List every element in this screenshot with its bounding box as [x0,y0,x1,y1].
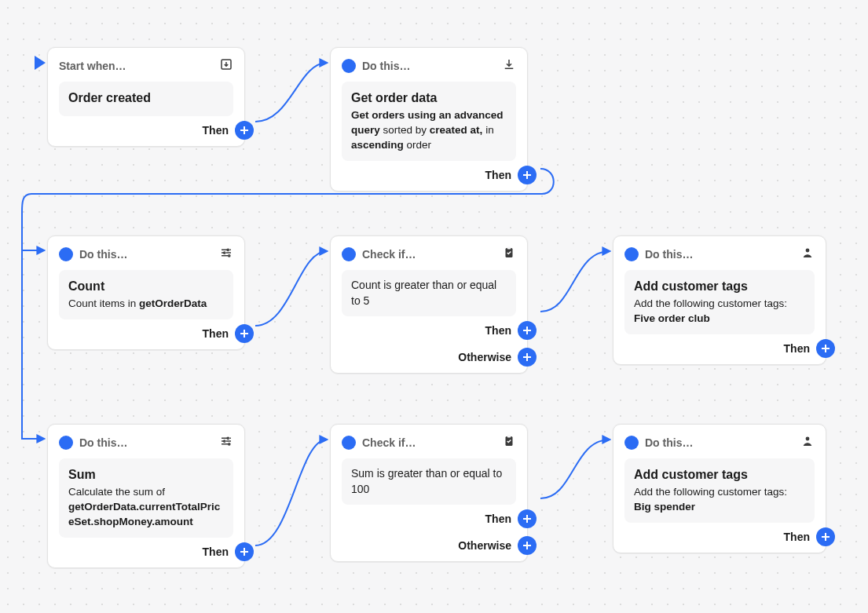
plus-button[interactable] [518,321,537,340]
settings-sliders-icon [219,434,233,451]
then-label: Then [784,342,810,355]
do-this-label: Do this… [645,436,693,449]
plus-button[interactable] [518,509,537,528]
plus-button[interactable] [518,536,537,555]
node-add-tag-big-spender[interactable]: Do this… Add customer tags Add the follo… [613,424,826,553]
start-header-label: Start when… [59,60,126,72]
do-this-label: Do this… [362,60,410,72]
count-title: Count [68,278,224,295]
node-bullet-icon [624,247,639,261]
node-count[interactable]: Do this… Count Count items in getOrderDa… [47,235,245,350]
start-play-icon [35,56,46,70]
svg-point-1 [227,249,229,250]
svg-point-12 [806,437,810,441]
start-trigger-title: Order created [68,89,224,107]
sum-desc: Calculate the sum of getOrderData.curren… [68,485,224,530]
then-action[interactable]: Then [485,166,516,184]
tag5-content: Add customer tags Add the following cust… [624,270,815,334]
import-icon [219,57,233,74]
get-order-desc: Get orders using an advanced query sorte… [351,108,507,153]
node-bullet-icon [59,436,73,450]
plus-button[interactable] [518,348,537,367]
node-bullet-icon [342,436,356,450]
tagbig-content: Add customer tags Add the following cust… [624,458,815,523]
check5-content: Count is greater than or equal to 5 [342,270,516,316]
node-bullet-icon [342,247,356,261]
svg-point-2 [224,252,225,254]
download-icon [502,57,516,74]
otherwise-action[interactable]: Otherwise [458,348,516,367]
svg-point-8 [224,440,225,442]
plus-button[interactable] [235,542,254,561]
node-check-sum-100[interactable]: Check if… Sum is greater than or equal t… [330,424,528,562]
do-this-label: Do this… [79,248,127,261]
plus-button[interactable] [816,527,835,546]
then-action[interactable]: Then [485,321,516,340]
check5-text: Count is greater than or equal to 5 [351,279,496,307]
node-check-count-5[interactable]: Check if… Count is greater than or equal… [330,235,528,374]
person-icon [800,434,815,451]
sum-content: Sum Calculate the sum of getOrderData.cu… [59,458,233,538]
then-label: Then [485,324,511,337]
clipboard-check-icon [502,246,516,262]
svg-rect-5 [507,247,511,250]
otherwise-label: Otherwise [458,351,511,363]
svg-rect-11 [507,436,511,438]
sum-title: Sum [68,466,224,483]
then-label: Then [203,124,229,137]
node-add-tag-five-order-club[interactable]: Do this… Add customer tags Add the follo… [613,235,826,365]
node-sum[interactable]: Do this… Sum Calculate the sum of getOrd… [47,424,245,568]
plus-button[interactable] [235,121,254,140]
svg-point-9 [229,443,230,445]
tag5-title: Add customer tags [634,278,805,295]
count-desc: Count items in getOrderData [68,297,224,312]
svg-point-7 [227,437,229,439]
then-action[interactable]: Then [203,121,233,140]
node-get-order-data[interactable]: Do this… Get order data Get orders using… [330,47,528,192]
do-this-label: Do this… [645,248,693,261]
check100-text: Sum is greater than or equal to 100 [351,467,502,495]
tag5-desc: Add the following customer tags: Five or… [634,297,805,327]
get-order-title: Get order data [351,89,507,107]
tagbig-desc: Add the following customer tags: Big spe… [634,485,805,515]
count-content: Count Count items in getOrderData [59,270,233,319]
then-label: Then [203,545,229,558]
then-action[interactable]: Then [485,509,516,528]
person-icon [800,246,815,262]
node-bullet-icon [624,436,639,450]
otherwise-action[interactable]: Otherwise [458,536,516,555]
svg-point-3 [229,255,230,257]
otherwise-label: Otherwise [458,539,511,552]
tagbig-title: Add customer tags [634,466,805,483]
do-this-label: Do this… [79,436,127,449]
get-order-content: Get order data Get orders using an advan… [342,82,516,161]
then-action[interactable]: Then [203,542,233,561]
then-label: Then [485,169,511,181]
svg-point-6 [806,249,810,253]
then-action[interactable]: Then [203,324,233,343]
then-action[interactable]: Then [784,339,815,358]
plus-button[interactable] [235,324,254,343]
plus-button[interactable] [518,166,537,184]
check100-content: Sum is greater than or equal to 100 [342,458,516,505]
check-if-label: Check if… [362,248,416,261]
node-bullet-icon [59,247,73,261]
then-label: Then [485,513,511,525]
check-if-label: Check if… [362,436,416,449]
plus-button[interactable] [816,339,835,358]
settings-sliders-icon [219,246,233,262]
workflow-canvas[interactable]: Start when… Order created Then Do this… [0,0,868,613]
then-label: Then [784,531,810,543]
node-start-trigger[interactable]: Start when… Order created Then [47,47,245,147]
start-trigger-content: Order created [59,82,233,116]
then-action[interactable]: Then [784,527,815,546]
clipboard-check-icon [502,434,516,451]
node-bullet-icon [342,59,356,73]
then-label: Then [203,327,229,340]
